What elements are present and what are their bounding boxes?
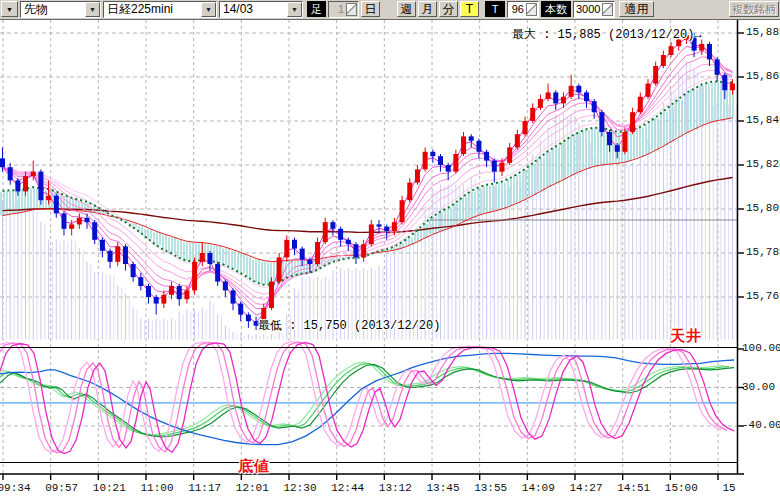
period-month-button[interactable]: 月 [418, 1, 437, 17]
tick-size-spinner[interactable]: 96 [507, 1, 539, 18]
chevron-down-icon[interactable]: ▼ [85, 2, 100, 17]
bar-interval-value: 1 [338, 3, 345, 15]
contract-month-combobox[interactable]: 14/03 ▼ [219, 1, 303, 18]
period-tick-button[interactable]: T [460, 1, 479, 17]
chevron-down-icon[interactable]: ▼ [201, 2, 216, 17]
chart-application-window: ▼ 先物 ▼ 日経225mini ▼ 14/03 ▼ 足 1 日 週 月 分 T… [0, 0, 780, 500]
collapse-dropdown-button[interactable]: ▼ [1, 1, 18, 17]
bar-count-value: 3000 [576, 3, 601, 15]
symbol-value: 日経225mini [104, 1, 201, 18]
period-minute-button[interactable]: 分 [439, 1, 458, 17]
tick-size-label: T [485, 1, 505, 17]
bar-count-spinner[interactable]: 3000 [573, 1, 615, 18]
spinner-icon[interactable] [346, 3, 357, 16]
multi-symbol-button: 複数銘柄 [729, 1, 779, 17]
apply-button[interactable]: 適用 [619, 1, 654, 17]
spinner-icon[interactable] [526, 3, 537, 16]
symbol-combobox[interactable]: 日経225mini ▼ [103, 1, 217, 18]
bar-interval-spinner[interactable]: 1 [328, 1, 359, 18]
period-day-button[interactable]: 日 [361, 1, 380, 17]
bar-count-label: 本数 [541, 1, 571, 17]
spinner-icon[interactable] [602, 3, 613, 16]
chart-canvas[interactable] [0, 0, 780, 500]
instrument-type-value: 先物 [21, 1, 85, 18]
instrument-type-combobox[interactable]: 先物 ▼ [20, 1, 101, 18]
period-week-button[interactable]: 週 [397, 1, 416, 17]
bar-type-label: 足 [307, 1, 326, 17]
contract-month-value: 14/03 [220, 2, 287, 16]
chevron-down-icon[interactable]: ▼ [287, 2, 302, 17]
tick-size-value: 96 [512, 3, 525, 15]
chevron-down-icon: ▼ [6, 6, 13, 13]
toolbar: ▼ 先物 ▼ 日経225mini ▼ 14/03 ▼ 足 1 日 週 月 分 T… [0, 0, 780, 20]
